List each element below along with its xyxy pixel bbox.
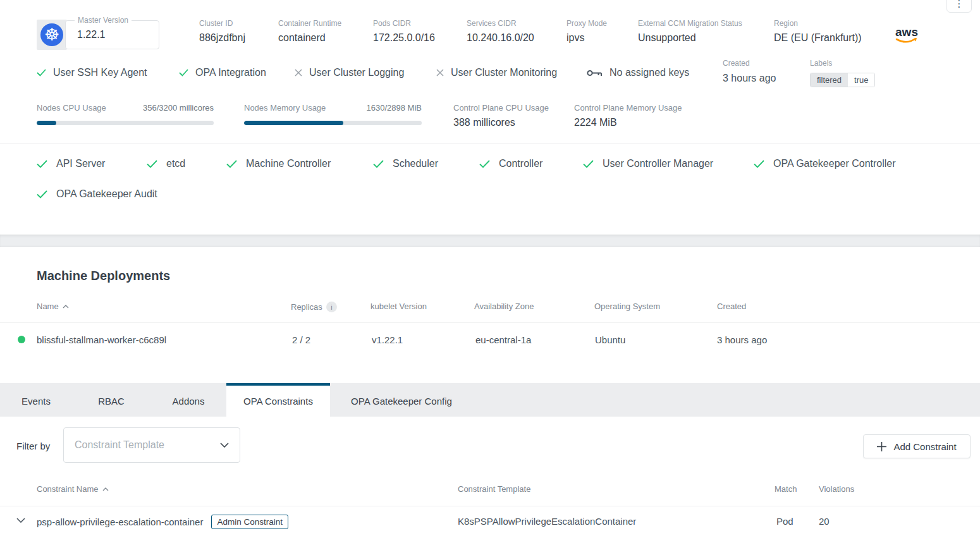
sort-asc-icon (63, 305, 69, 309)
cluster-id-field: Cluster ID 886jzdfbnj (199, 19, 245, 44)
cluster-tabs: Events RBAC Addons OPA Constraints OPA G… (0, 383, 980, 417)
md-replicas-cell: 2 / 2 (292, 334, 310, 345)
add-constraint-button[interactable]: Add Constraint (863, 434, 971, 458)
created-value: 3 hours ago (723, 73, 776, 83)
health-etcd: etcd (147, 158, 185, 169)
metric-label: Control Plane Memory Usage (574, 103, 682, 113)
feature-label: OPA Integration (195, 67, 266, 78)
constraint-template-filter-select[interactable]: Constraint Template (63, 427, 240, 463)
md-operating-system-cell: Ubuntu (595, 334, 625, 345)
health-label: API Server (56, 158, 105, 169)
labels-label: Labels (810, 59, 875, 68)
check-icon (226, 160, 237, 168)
divider (0, 144, 980, 144)
column-header-replicas: Replicas i (291, 302, 337, 312)
ccm-migration-status-field: External CCM Migration Status Unsupporte… (638, 19, 742, 44)
check-icon (37, 69, 46, 76)
constraint-template-cell: K8sPSPAllowPrivilegeEscalationContainer (458, 516, 636, 527)
field-value: DE (EU (Frankfurt)) (774, 32, 862, 43)
check-icon (583, 160, 594, 168)
cluster-detail-page: ⋮ ☸ Master Version 1.22.1 Cluster ID 886… (0, 0, 980, 538)
column-header-created: Created (717, 302, 746, 311)
control-plane-cpu-usage-metric: Control Plane CPU Usage 388 millicores (453, 103, 549, 128)
health-label: OPA Gatekeeper Audit (56, 188, 157, 200)
feature-user-ssh-key-agent: User SSH Key Agent (37, 67, 147, 78)
field-value: 10.240.16.0/20 (467, 32, 534, 43)
container-runtime-field: Container Runtime containerd (278, 19, 341, 44)
field-value: 886jzdfbnj (199, 32, 245, 43)
machine-deployments-card: Machine Deployments Name Replicas i kube… (0, 247, 980, 383)
label-chip: filtered true (810, 73, 875, 87)
proxy-mode-field: Proxy Mode ipvs (567, 19, 607, 44)
field-value: Unsupported (638, 32, 696, 43)
tab-events[interactable]: Events (0, 383, 72, 417)
field-label: Pods CIDR (373, 19, 435, 28)
admin-constraint-badge: Admin Constraint (211, 515, 288, 529)
metric-value: 356/3200 millicores (143, 103, 214, 113)
ssh-keys-status: No assigned keys (587, 67, 689, 78)
tab-rbac[interactable]: RBAC (72, 383, 150, 417)
expand-chevron-icon[interactable] (16, 518, 25, 523)
cluster-summary-card: ⋮ ☸ Master Version 1.22.1 Cluster ID 886… (0, 0, 980, 235)
feature-opa-integration: OPA Integration (179, 67, 266, 78)
constraint-match-cell: Pod (776, 516, 793, 527)
progress-bar (37, 121, 214, 125)
constraint-name-cell: psp-allow-privilege-escalation-container (37, 517, 203, 527)
tab-addons[interactable]: Addons (150, 383, 226, 417)
health-api-server: API Server (37, 158, 105, 169)
feature-user-cluster-monitoring: User Cluster Monitoring (436, 67, 557, 78)
field-label: Services CIDR (467, 19, 534, 28)
created-field: Created 3 hours ago (723, 59, 776, 84)
column-header-constraint-template: Constraint Template (458, 484, 530, 494)
field-label: Region (774, 19, 862, 28)
md-created-cell: 3 hours ago (717, 334, 767, 345)
select-placeholder: Constraint Template (75, 439, 164, 451)
progress-bar (244, 121, 422, 125)
cluster-actions-menu-button[interactable]: ⋮ (946, 0, 972, 13)
md-name-cell[interactable]: blissful-stallman-worker-c6c89l (37, 334, 166, 345)
feature-user-cluster-logging: User Cluster Logging (295, 67, 404, 78)
check-icon (754, 160, 764, 168)
status-running-dot (18, 336, 25, 343)
feature-label: User Cluster Monitoring (451, 67, 557, 78)
health-label: Machine Controller (246, 158, 331, 169)
created-label: Created (723, 59, 776, 68)
info-icon[interactable]: i (326, 302, 337, 312)
metric-label: Nodes Memory Usage (244, 103, 326, 113)
feature-label: User Cluster Logging (309, 67, 404, 78)
health-label: Scheduler (393, 158, 438, 169)
metric-value: 388 millicores (453, 117, 549, 128)
services-cidr-field: Services CIDR 10.240.16.0/20 (467, 19, 534, 44)
check-icon (147, 160, 157, 168)
field-value: ipvs (567, 32, 584, 43)
check-icon (373, 160, 384, 168)
label-chip-key: filtered (811, 73, 848, 87)
field-value: containerd (278, 32, 326, 43)
metric-label: Control Plane CPU Usage (453, 103, 549, 113)
health-label: Controller (499, 158, 542, 169)
field-value: 172.25.0.0/16 (373, 32, 435, 43)
vertical-dots-icon: ⋮ (955, 0, 964, 9)
ssh-keys-label: No assigned keys (609, 67, 689, 78)
tab-opa-constraints[interactable]: OPA Constraints (226, 383, 330, 417)
labels-field: Labels filtered true (810, 59, 875, 87)
chevron-down-icon (220, 443, 229, 448)
tab-opa-gatekeeper-config[interactable]: OPA Gatekeeper Config (330, 383, 473, 417)
label-chip-value: true (848, 73, 874, 87)
kubernetes-wheel-icon: ☸ (40, 23, 63, 46)
health-opa-gatekeeper-audit: OPA Gatekeeper Audit (37, 188, 157, 200)
metric-label: Nodes CPU Usage (37, 103, 106, 113)
column-header-constraint-name[interactable]: Constraint Name (37, 484, 109, 494)
check-icon (37, 190, 47, 199)
column-header-name[interactable]: Name (37, 302, 69, 311)
sort-asc-icon (102, 487, 109, 491)
control-plane-memory-usage-metric: Control Plane Memory Usage 2224 MiB (574, 103, 682, 128)
region-field: Region DE (EU (Frankfurt)) (774, 19, 862, 44)
divider (0, 322, 980, 323)
master-version-field: Master Version 1.22.1 (65, 20, 159, 49)
kubernetes-logo: ☸ (37, 20, 67, 50)
field-label: External CCM Migration Status (638, 19, 742, 28)
health-opa-gatekeeper-controller: OPA Gatekeeper Controller (754, 158, 896, 169)
constraint-violations-cell: 20 (819, 516, 830, 527)
divider (0, 506, 980, 506)
